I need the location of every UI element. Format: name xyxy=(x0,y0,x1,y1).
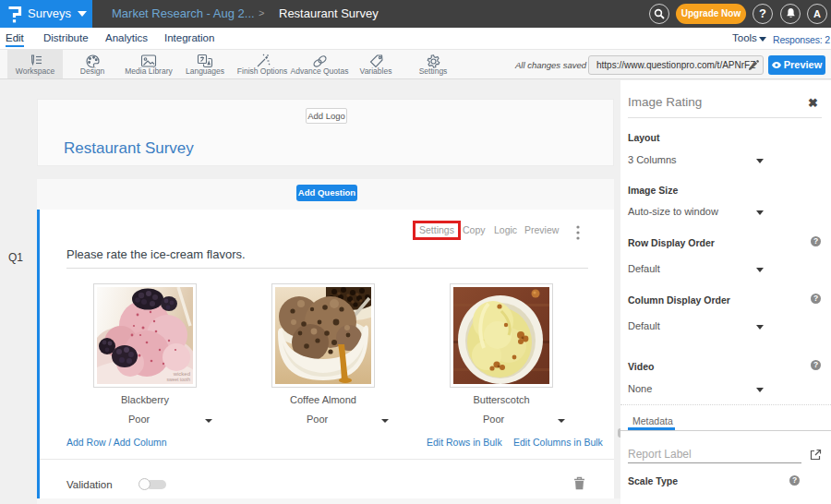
svg-text:sweet tooth: sweet tooth xyxy=(166,377,190,382)
